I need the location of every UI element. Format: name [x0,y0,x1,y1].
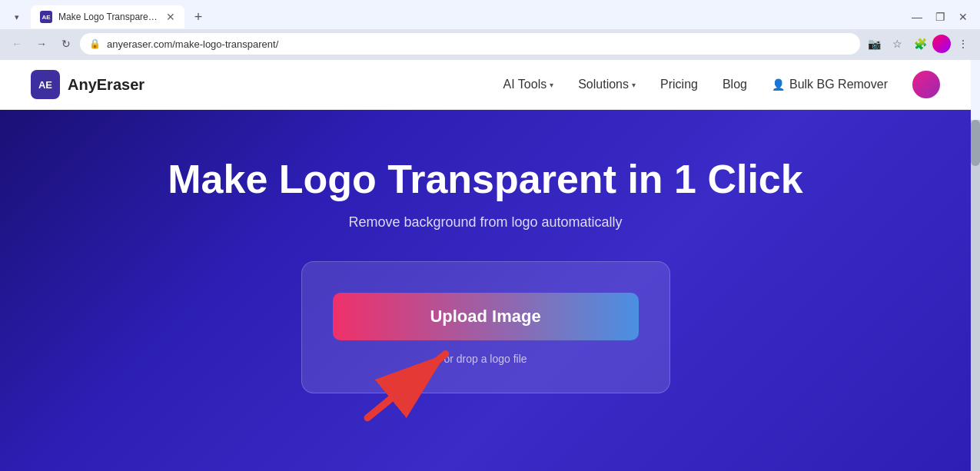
maximize-button[interactable]: ❐ [929,6,951,28]
url-text: anyeraser.com/make-logo-transparent/ [107,38,278,50]
website: AE AnyEraser AI Tools ▾ Solutions ▾ Pric… [0,60,971,471]
reload-button[interactable]: ↻ [55,33,77,55]
hero-title: Make Logo Transparent in 1 Click [168,156,802,202]
tab-close-button[interactable]: ✕ [166,11,175,23]
bulk-bg-remover-link[interactable]: 👤 Bulk BG Remover [772,78,888,91]
navbar: AE AnyEraser AI Tools ▾ Solutions ▾ Pric… [0,60,971,110]
tab-favicon: AE [40,11,52,23]
browser-toolbar: ← → ↻ 🔒 anyeraser.com/make-logo-transpar… [0,29,980,60]
browser-tab-active[interactable]: AE Make Logo Transparent in 1 Cl ✕ [31,5,184,28]
scrollbar[interactable] [971,120,980,471]
browser-chrome: ▾ AE Make Logo Transparent in 1 Cl ✕ + —… [0,0,980,60]
drop-text: or drop a logo file [443,353,527,365]
logo-text: AnyEraser [68,76,145,94]
bookmark-icon[interactable]: ☆ [886,33,908,55]
bulk-icon: 👤 [772,78,785,91]
chevron-down-icon: ▾ [632,81,636,89]
upload-image-button[interactable]: Upload Image [333,293,639,340]
back-button[interactable]: ← [6,33,28,55]
nav-link-blog[interactable]: Blog [723,78,747,91]
nav-link-ai-tools[interactable]: AI Tools ▾ [503,78,554,91]
extensions-icon[interactable]: 🧩 [909,33,931,55]
minimize-button[interactable]: — [906,6,928,28]
menu-icon[interactable]: ⋮ [952,33,974,55]
forward-button[interactable]: → [31,33,52,55]
nav-links: AI Tools ▾ Solutions ▾ Pricing Blog 👤 Bu… [503,71,940,98]
address-bar[interactable]: 🔒 anyeraser.com/make-logo-transparent/ [80,33,860,55]
chevron-down-icon: ▾ [550,81,553,89]
hero-section: Make Logo Transparent in 1 Click Remove … [0,110,971,471]
scrollbar-thumb[interactable] [971,120,980,166]
close-button[interactable]: ✕ [952,6,974,28]
hero-subtitle: Remove background from logo automaticall… [348,214,622,231]
nav-link-pricing[interactable]: Pricing [660,78,698,91]
upload-card: Upload Image or drop a logo file [301,261,670,393]
user-avatar[interactable] [912,71,940,98]
nav-link-solutions[interactable]: Solutions ▾ [578,78,636,91]
cast-icon[interactable]: 📷 [863,33,885,55]
profile-icon[interactable] [932,35,951,53]
logo-icon: AE [31,70,60,99]
browser-title-bar: ▾ AE Make Logo Transparent in 1 Cl ✕ + —… [0,0,980,29]
tab-list-button[interactable]: ▾ [6,6,28,28]
website-container: AE AnyEraser AI Tools ▾ Solutions ▾ Pric… [0,60,980,471]
new-tab-button[interactable]: + [188,6,209,28]
window-controls: — ❐ ✕ [906,6,974,28]
toolbar-actions: 📷 ☆ 🧩 ⋮ [863,33,974,55]
tab-title: Make Logo Transparent in 1 Cl [58,12,158,22]
lock-icon: 🔒 [89,38,101,49]
logo-area: AE AnyEraser [31,70,145,99]
